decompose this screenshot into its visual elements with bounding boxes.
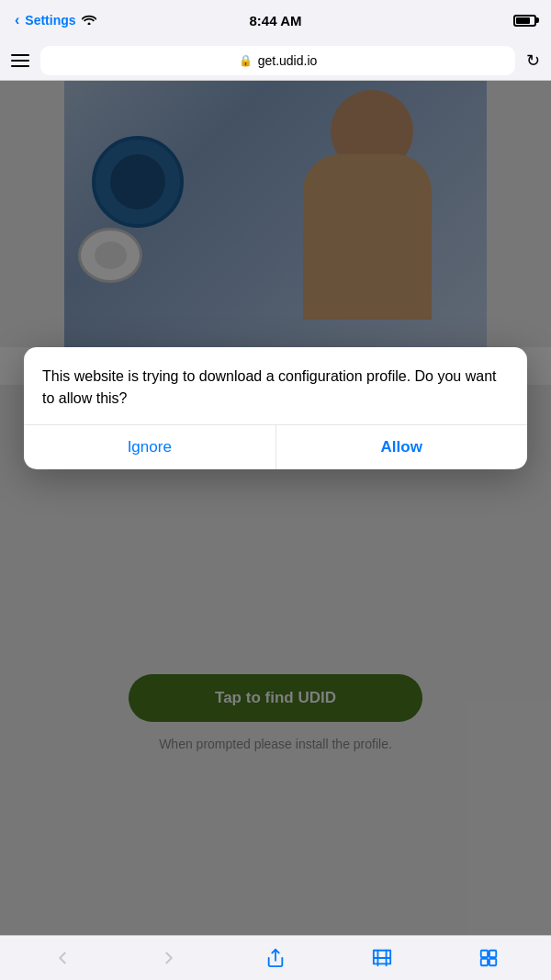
forward-icon bbox=[159, 948, 179, 968]
refresh-button[interactable]: ↻ bbox=[526, 51, 540, 71]
allow-button[interactable]: Allow bbox=[276, 425, 528, 469]
svg-rect-3 bbox=[481, 959, 488, 965]
modal-backdrop bbox=[0, 81, 551, 935]
forward-button[interactable] bbox=[149, 938, 189, 978]
alert-message: This website is trying to download a con… bbox=[42, 366, 509, 410]
menu-button[interactable] bbox=[11, 54, 29, 67]
url-text: get.udid.io bbox=[258, 53, 318, 68]
lock-icon: 🔒 bbox=[239, 54, 253, 67]
tabs-button[interactable] bbox=[468, 938, 509, 978]
back-chevron-icon: ‹ bbox=[15, 12, 19, 28]
status-time: 8:44 AM bbox=[250, 13, 302, 28]
bottom-toolbar bbox=[0, 935, 551, 980]
alert-buttons: Ignore Allow bbox=[24, 424, 527, 469]
bookmark-button[interactable] bbox=[362, 938, 402, 978]
share-button[interactable] bbox=[255, 938, 296, 978]
svg-rect-4 bbox=[489, 959, 496, 965]
main-content: The cost of hearing aids in Pune Tap to … bbox=[0, 81, 551, 935]
tabs-icon bbox=[478, 948, 499, 968]
battery-icon bbox=[513, 15, 536, 27]
share-icon bbox=[265, 948, 286, 968]
back-button[interactable] bbox=[42, 938, 83, 978]
svg-rect-2 bbox=[489, 951, 496, 957]
back-icon bbox=[52, 948, 73, 968]
webpage-background: The cost of hearing aids in Pune Tap to … bbox=[0, 81, 551, 935]
address-bar[interactable]: 🔒 get.udid.io bbox=[40, 46, 515, 75]
alert-dialog: This website is trying to download a con… bbox=[24, 347, 527, 469]
svg-rect-1 bbox=[481, 951, 488, 957]
settings-back-label[interactable]: Settings bbox=[25, 13, 75, 28]
browser-bar: 🔒 get.udid.io ↻ bbox=[0, 40, 551, 81]
bookmark-icon bbox=[372, 948, 392, 968]
status-bar: ‹ Settings 8:44 AM bbox=[0, 0, 551, 40]
status-left: ‹ Settings bbox=[15, 12, 96, 28]
status-right bbox=[513, 15, 536, 27]
wifi-icon bbox=[82, 13, 96, 28]
ignore-button[interactable]: Ignore bbox=[24, 425, 276, 469]
